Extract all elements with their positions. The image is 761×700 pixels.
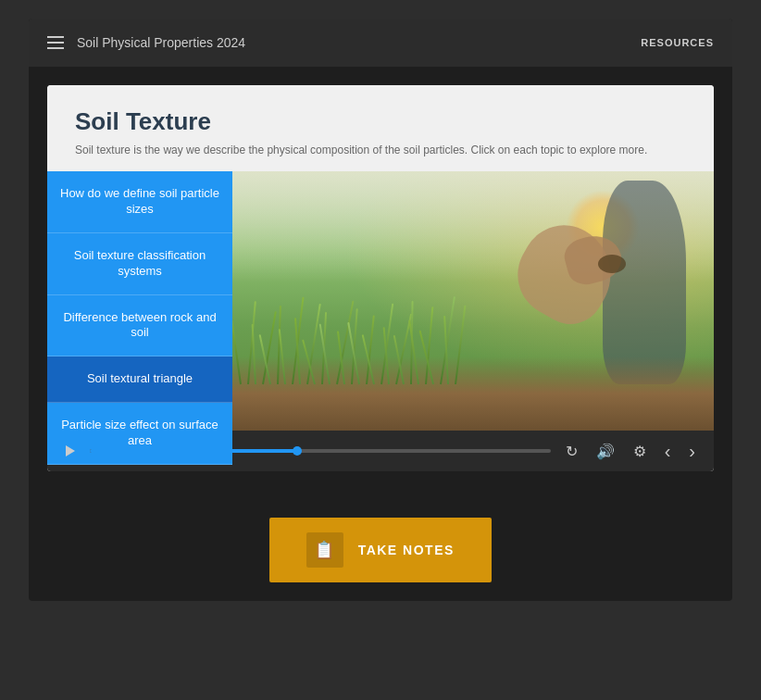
header-left: Soil Physical Properties 2024 — [47, 35, 245, 50]
next-icon: › — [689, 441, 695, 462]
volume-icon: 🔊 — [596, 443, 615, 460]
page-subtitle: Soil texture is the way we describe the … — [75, 144, 686, 156]
title-section: Soil Texture Soil texture is the way we … — [47, 85, 714, 171]
take-notes-label: TAKE NOTES — [358, 543, 455, 557]
reload-button[interactable]: ↻ — [562, 441, 581, 462]
content-body: How do we define soil particle sizes Soi… — [47, 171, 714, 431]
progress-dot — [293, 446, 302, 456]
sidebar-buttons: How do we define soil particle sizes Soi… — [47, 171, 232, 431]
play-button[interactable] — [62, 444, 79, 458]
progress-fill — [90, 449, 297, 453]
header-title: Soil Physical Properties 2024 — [77, 35, 245, 50]
progress-bar[interactable] — [90, 449, 551, 453]
play-icon — [66, 445, 75, 456]
settings-button[interactable]: ⚙ — [630, 441, 650, 462]
reload-icon: ↻ — [566, 443, 578, 460]
take-notes-button[interactable]: 📋 TAKE NOTES — [269, 518, 492, 582]
bottom-section: 📋 TAKE NOTES — [29, 490, 732, 601]
sidebar-btn-particle-sizes[interactable]: How do we define soil particle sizes — [47, 171, 232, 233]
prev-icon: ‹ — [665, 441, 671, 462]
sidebar-btn-textural-triangle[interactable]: Soil textural triangle — [47, 356, 232, 403]
notes-icon: 📋 — [314, 540, 336, 560]
sidebar-btn-classification[interactable]: Soil texture classification systems — [47, 233, 232, 295]
app-container: Soil Physical Properties 2024 RESOURCES … — [29, 19, 732, 601]
hamburger-icon[interactable] — [47, 36, 64, 49]
resources-button[interactable]: RESOURCES — [641, 37, 714, 48]
volume-button[interactable]: 🔊 — [593, 441, 618, 462]
settings-icon: ⚙ — [633, 443, 646, 460]
header: Soil Physical Properties 2024 RESOURCES — [29, 19, 732, 67]
next-button[interactable]: › — [685, 439, 699, 464]
page-title: Soil Texture — [75, 107, 686, 136]
main-content: Soil Texture Soil texture is the way we … — [47, 85, 714, 471]
notes-icon-box: 📋 — [306, 532, 343, 568]
prev-button[interactable]: ‹ — [661, 439, 675, 464]
hero-image — [232, 171, 714, 431]
sidebar-btn-rock-soil[interactable]: Difference between rock and soil — [47, 295, 232, 357]
